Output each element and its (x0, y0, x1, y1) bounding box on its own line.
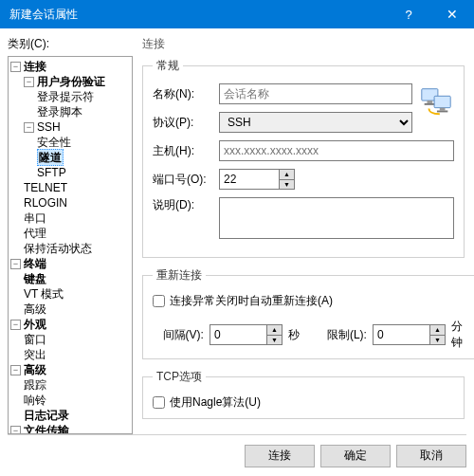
nagle-checkbox[interactable]: 使用Nagle算法(U) (153, 394, 454, 411)
tree-terminal[interactable]: −终端 (10, 256, 132, 271)
tree-login-prompt[interactable]: 登录提示符 (10, 89, 132, 104)
svg-rect-3 (434, 96, 450, 107)
collapse-icon[interactable]: − (24, 122, 34, 133)
tree-filetransfer[interactable]: −文件传输 (10, 423, 132, 434)
auto-reconnect-input[interactable] (153, 295, 165, 307)
port-spinner[interactable]: ▲▼ (219, 169, 295, 190)
tree-keyboard[interactable]: 键盘 (10, 271, 132, 286)
collapse-icon[interactable]: − (10, 365, 21, 375)
group-reconnect-legend: 重新连接 (153, 267, 206, 284)
group-tcp-legend: TCP选项 (153, 369, 206, 385)
tree-connection[interactable]: −连接 (10, 59, 132, 74)
tree-ssh[interactable]: −SSH (10, 119, 132, 135)
collapse-icon[interactable]: − (10, 320, 21, 330)
svg-rect-5 (437, 111, 447, 113)
port-input[interactable] (219, 169, 280, 190)
group-general-legend: 常规 (153, 58, 183, 74)
cancel-button[interactable]: 取消 (396, 445, 466, 467)
limit-unit: 分钟 (451, 319, 473, 351)
category-tree[interactable]: −连接 −用户身份验证 登录提示符 登录脚本 −SSH (8, 56, 133, 434)
name-label: 名称(N): (153, 86, 219, 102)
ok-button[interactable]: 确定 (320, 445, 391, 467)
svg-rect-1 (428, 101, 433, 103)
dialog-window: 新建会话属性 ? ✕ 类别(C): −连接 −用户身份验证 登录提示符 登录 (0, 0, 474, 476)
spin-up-icon[interactable]: ▲ (280, 170, 294, 180)
svg-rect-4 (440, 108, 446, 111)
tree-sftp[interactable]: SFTP (10, 165, 132, 180)
name-input[interactable] (219, 83, 412, 104)
tree-logging[interactable]: 日志记录 (10, 408, 132, 423)
nagle-input[interactable] (153, 396, 165, 409)
spin-up-icon[interactable]: ▲ (267, 325, 282, 336)
tree-rlogin[interactable]: RLOGIN (10, 195, 132, 211)
limit-spinner[interactable]: ▲▼ (373, 324, 446, 345)
tree-login-script[interactable]: 登录脚本 (10, 104, 132, 119)
panel-title: 连接 (142, 36, 466, 52)
collapse-icon[interactable]: − (10, 259, 21, 269)
tree-auth[interactable]: −用户身份验证 (10, 74, 132, 89)
tree-keepalive[interactable]: 保持活动状态 (10, 241, 132, 256)
limit-label: 限制(L): (316, 327, 367, 343)
close-button[interactable]: ✕ (430, 0, 474, 28)
tree-adv[interactable]: 高级 (10, 302, 132, 317)
tree-window[interactable]: 窗口 (10, 332, 132, 347)
tree-adv2[interactable]: −高级 (10, 362, 132, 377)
tree-highlight[interactable]: 突出 (10, 347, 132, 362)
window-title: 新建会话属性 (9, 7, 387, 23)
tree-vt[interactable]: VT 模式 (10, 286, 132, 302)
tree-telnet[interactable]: TELNET (10, 180, 132, 195)
spin-down-icon[interactable]: ▼ (267, 336, 282, 345)
limit-input[interactable] (373, 324, 430, 345)
host-input[interactable] (219, 140, 454, 161)
tree-appearance[interactable]: −外观 (10, 317, 132, 332)
dialog-footer: 连接 确定 取消 (8, 434, 466, 476)
help-button[interactable]: ? (387, 0, 430, 28)
desc-label: 说明(D): (153, 197, 219, 213)
spin-down-icon[interactable]: ▼ (430, 336, 445, 345)
group-general: 常规 名称(N): 协议(P): SSH (142, 58, 465, 258)
spin-down-icon[interactable]: ▼ (280, 180, 294, 190)
titlebar: 新建会话属性 ? ✕ (0, 0, 474, 28)
tree-tunnel[interactable]: 隧道 (10, 150, 132, 165)
interval-spinner[interactable]: ▲▼ (210, 324, 283, 345)
interval-input[interactable] (210, 324, 267, 345)
port-label: 端口号(O): (153, 172, 219, 188)
svg-rect-2 (425, 103, 435, 105)
collapse-icon[interactable]: − (10, 426, 21, 435)
computers-icon (418, 83, 454, 119)
tree-security[interactable]: 安全性 (10, 135, 132, 150)
tree-proxy[interactable]: 代理 (10, 226, 132, 241)
tree-tracking[interactable]: 跟踪 (10, 377, 132, 393)
host-label: 主机(H): (153, 143, 219, 159)
collapse-icon[interactable]: − (10, 62, 21, 72)
auto-reconnect-checkbox[interactable]: 连接异常关闭时自动重新连接(A) (153, 293, 473, 309)
desc-textarea[interactable] (219, 197, 454, 239)
category-panel: 类别(C): −连接 −用户身份验证 登录提示符 登录脚本 (8, 36, 133, 434)
group-reconnect: 重新连接 连接异常关闭时自动重新连接(A) 间隔(V): ▲▼ 秒 限制(L): (142, 267, 474, 359)
settings-panel: 连接 常规 名称(N): 协议(P): SSH (140, 36, 466, 434)
interval-label: 间隔(V): (153, 327, 204, 343)
group-tcp: TCP选项 使用Nagle算法(U) (142, 369, 465, 419)
spin-up-icon[interactable]: ▲ (430, 325, 445, 336)
category-label: 类别(C): (8, 36, 133, 52)
protocol-label: 协议(P): (153, 115, 219, 131)
connect-button[interactable]: 连接 (245, 445, 315, 467)
interval-unit: 秒 (288, 327, 310, 343)
tree-serial[interactable]: 串口 (10, 211, 132, 226)
collapse-icon[interactable]: − (24, 77, 34, 87)
tree-bell[interactable]: 响铃 (10, 393, 132, 408)
protocol-select[interactable]: SSH (219, 112, 412, 133)
